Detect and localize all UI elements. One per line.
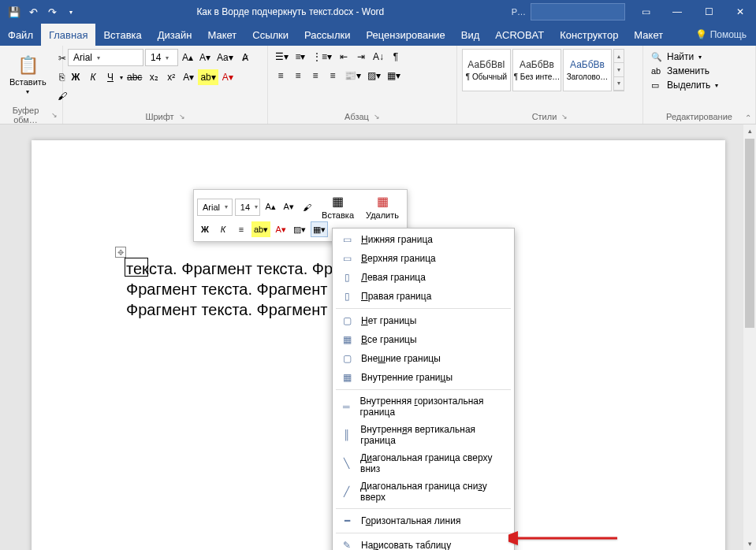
borders-item-draw[interactable]: ✎Нарисовать таблицу [333, 536, 514, 550]
subscript-button[interactable]: x₂ [146, 69, 162, 85]
bold-button[interactable]: Ж [68, 69, 84, 85]
highlight-button[interactable]: ab▾ [251, 221, 270, 237]
shrink-font-button[interactable]: A▾ [197, 50, 213, 65]
dialog-launcher-icon[interactable]: ↘ [561, 113, 568, 121]
borders-item-in-h[interactable]: ═Внутренняя горизонтальная граница [333, 392, 514, 421]
save-icon[interactable]: 💾 [8, 6, 20, 18]
borders-item-in-v[interactable]: ║Внутренняя вертикальная граница [333, 421, 514, 449]
sort-button[interactable]: A↓ [371, 49, 386, 65]
borders-item-left[interactable]: ▯Левая граница [333, 268, 514, 287]
tab-constructor[interactable]: Конструктор [552, 24, 626, 46]
shrink-font-button[interactable]: A▾ [281, 199, 296, 215]
close-icon[interactable]: ✕ [724, 0, 756, 24]
scroll-thumb[interactable] [745, 139, 754, 328]
borders-item-bottom[interactable]: ▭Нижняя граница [333, 230, 514, 249]
grow-font-button[interactable]: A▴ [180, 50, 196, 65]
ribbon-options-icon[interactable]: ▭ [630, 0, 661, 24]
dialog-launcher-icon[interactable]: ↘ [51, 111, 58, 119]
tab-file[interactable]: Файл [0, 24, 41, 46]
mini-insert-button[interactable]: ▦Вставка [317, 194, 359, 220]
paste-button[interactable]: 📋 Вставить ▾ [5, 49, 51, 101]
italic-button[interactable]: К [215, 221, 231, 237]
font-color-button[interactable]: A▾ [273, 221, 289, 237]
mini-delete-button[interactable]: ▦Удалить [361, 194, 404, 220]
account-indicator[interactable]: Р… [496, 7, 531, 17]
style-heading[interactable]: АаБбВвЗаголово… [563, 49, 612, 91]
select-button[interactable]: ▭Выделить▾ [648, 79, 721, 91]
scroll-down-icon[interactable]: ▾ [743, 537, 756, 550]
tab-home[interactable]: Главная [41, 24, 95, 46]
chevron-down-icon[interactable]: ▾ [120, 74, 123, 81]
show-marks-button[interactable]: ¶ [388, 49, 404, 65]
borders-item-hline[interactable]: ━Горизонтальная линия [333, 511, 514, 530]
style-gallery[interactable]: АаБбВвI¶ Обычный АаБбВв¶ Без инте… АаБбВ… [462, 49, 624, 91]
align-button[interactable]: ≡ [233, 221, 249, 237]
style-normal[interactable]: АаБбВвI¶ Обычный [462, 49, 511, 91]
grow-font-button[interactable]: A▴ [263, 199, 278, 215]
tab-layout2[interactable]: Макет [626, 24, 671, 46]
redo-icon[interactable]: ↷ [46, 6, 58, 18]
borders-item-right[interactable]: ▯Правая граница [333, 287, 514, 306]
font-size-combo[interactable]: 14▾ [145, 49, 178, 66]
tab-mailings[interactable]: Рассылки [296, 24, 358, 46]
tab-review[interactable]: Рецензирование [358, 24, 452, 46]
collapse-ribbon-icon[interactable]: ⌃ [745, 113, 751, 122]
scroll-up-icon[interactable]: ▴ [743, 124, 756, 137]
format-painter-button[interactable]: 🖌 [299, 199, 315, 215]
maximize-icon[interactable]: ☐ [693, 0, 724, 24]
align-center-button[interactable]: ≡ [290, 68, 306, 84]
tab-acrobat[interactable]: ACROBAT [487, 24, 552, 46]
tab-view[interactable]: Вид [453, 24, 488, 46]
strike-button[interactable]: abc [125, 69, 144, 85]
qat-more-icon[interactable]: ▾ [65, 6, 77, 18]
superscript-button[interactable]: x² [163, 69, 179, 85]
minimize-icon[interactable]: ― [661, 0, 693, 24]
table-move-handle-icon[interactable]: ✥ [115, 247, 126, 258]
style-nospacing[interactable]: АаБбВв¶ Без инте… [512, 49, 561, 91]
borders-item-top[interactable]: ▭Верхняя граница [333, 249, 514, 268]
change-case-button[interactable]: Aa▾ [214, 50, 236, 65]
highlight-button[interactable]: ab▾ [198, 69, 218, 85]
underline-button[interactable]: Ч [102, 69, 118, 85]
tab-insert[interactable]: Вставка [95, 24, 149, 46]
tab-design[interactable]: Дизайн [150, 24, 200, 46]
borders-button[interactable]: ▦▾ [385, 68, 403, 84]
undo-icon[interactable]: ↶ [27, 6, 39, 18]
borders-item-diag-down[interactable]: ╲Диагональная граница сверху вниз [333, 449, 514, 478]
text-effects-button[interactable]: A▾ [181, 69, 196, 85]
tell-me[interactable]: 💡Помощь [686, 24, 756, 46]
decrease-indent-button[interactable]: ⇤ [336, 49, 352, 65]
borders-item-all[interactable]: ▦Все границы [333, 330, 514, 349]
increase-indent-button[interactable]: ⇥ [353, 49, 369, 65]
borders-dropdown-button[interactable]: ▦▾ [311, 221, 328, 237]
font-color-button[interactable]: A▾ [220, 69, 236, 85]
borders-item-none[interactable]: ▢Нет границы [333, 311, 514, 330]
numbering-button[interactable]: ≡▾ [292, 49, 308, 65]
font-name-combo[interactable]: Arial▾ [68, 49, 143, 66]
bold-button[interactable]: Ж [197, 221, 213, 237]
line-spacing-button[interactable]: 📰▾ [342, 68, 363, 84]
justify-button[interactable]: ≡ [325, 68, 341, 84]
align-left-button[interactable]: ≡ [273, 68, 289, 84]
dialog-launcher-icon[interactable]: ↘ [179, 113, 185, 121]
account-box[interactable] [531, 3, 625, 20]
dialog-launcher-icon[interactable]: ↘ [374, 113, 380, 121]
borders-item-inside[interactable]: ▦Внутренние границы [333, 368, 514, 387]
tab-layout[interactable]: Макет [199, 24, 244, 46]
align-right-button[interactable]: ≡ [307, 68, 323, 84]
borders-item-outside[interactable]: ▢Внешние границы [333, 349, 514, 368]
shading-button[interactable]: ▨▾ [291, 221, 308, 237]
bullets-button[interactable]: ☰▾ [273, 49, 291, 65]
mini-size-combo[interactable]: 14▾ [235, 199, 260, 216]
borders-item-diag-up[interactable]: ╱Диагональная граница снизу вверх [333, 478, 514, 506]
replace-button[interactable]: abЗаменить [648, 65, 721, 77]
page[interactable]: ✥ текста. Фрагмент текста. Фрагмент текс… [32, 140, 725, 550]
find-button[interactable]: 🔍Найти▾ [648, 50, 721, 63]
italic-button[interactable]: К [85, 69, 101, 85]
style-gallery-scroll[interactable]: ▴▾▾ [613, 49, 624, 91]
multilevel-button[interactable]: ⋮≡▾ [310, 49, 334, 65]
vertical-scrollbar[interactable]: ▴ ▾ [743, 124, 756, 550]
mini-font-combo[interactable]: Arial▾ [197, 199, 233, 216]
tab-references[interactable]: Ссылки [244, 24, 296, 46]
clear-formatting-button[interactable]: A̷ [237, 50, 253, 65]
